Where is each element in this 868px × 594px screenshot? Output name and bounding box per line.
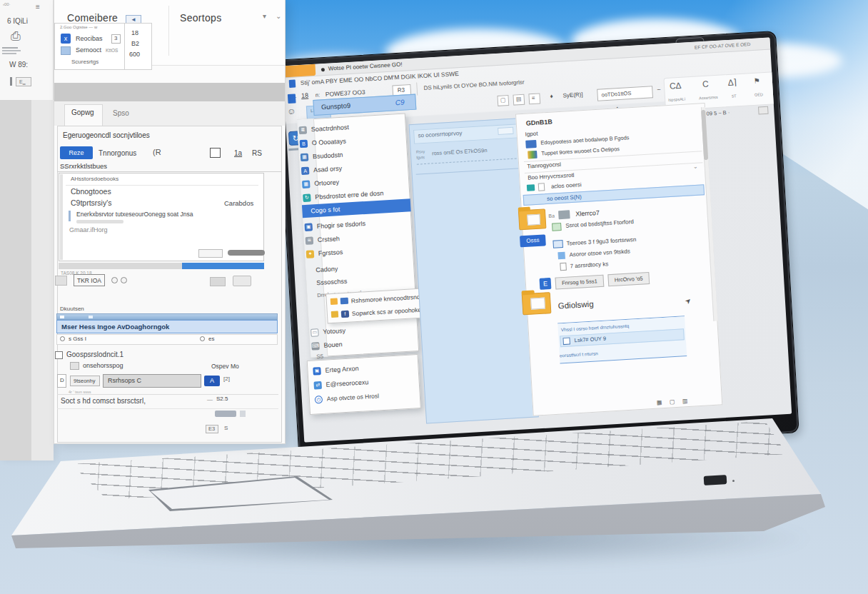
pane-button-2-label: HrcOrvo 'o5 (615, 275, 643, 283)
list-item-indented[interactable]: Enerkxbsrvtor tutxeseourOonegg soat Jnsa (76, 211, 193, 218)
tab-seortops[interactable]: Seortops (180, 13, 221, 24)
r3-label: R3 (398, 88, 405, 94)
chevron-icon[interactable]: ⌄ (276, 12, 281, 20)
search-input[interactable]: ooTDo1ttOS (597, 86, 653, 101)
doc-icon (538, 183, 545, 191)
x-glyph: x (64, 35, 68, 42)
status-monitor-icon[interactable]: ▢ (670, 399, 675, 406)
tkr-button[interactable]: TKR IOA (74, 274, 105, 286)
rail-doc-icon[interactable] (288, 94, 296, 104)
smiley-icon[interactable]: ☺ (287, 106, 296, 116)
check-item-label[interactable]: Goospsrslodncit.1 (66, 351, 123, 358)
e-icon: E (540, 278, 552, 290)
pane-button-1-label: Fnrsog to 5ss1 (562, 278, 597, 286)
blue-square-icon (557, 252, 565, 260)
d-box[interactable]: D (57, 374, 66, 388)
status-phone-icon[interactable]: ▥ (682, 398, 688, 405)
cursor-bar (10, 77, 12, 86)
pane-button-2[interactable]: HrcOrvo 'o5 (607, 272, 650, 286)
mini-button[interactable] (55, 276, 67, 286)
pane-folder-name[interactable]: Xlerrco7 (575, 210, 600, 218)
toolbar-18[interactable]: 18 (301, 92, 309, 99)
caret-icon[interactable]: ▾ (263, 12, 266, 20)
divider (168, 6, 169, 56)
list-item-right: Carabdos (224, 200, 253, 207)
radio-button[interactable] (60, 336, 65, 341)
ribbon-icon-3[interactable]: ∆⌉ (728, 78, 737, 88)
menu-item-label: Cogo s fot (311, 206, 340, 214)
a-badge-icon: A (204, 376, 220, 386)
d-label: D (60, 378, 64, 384)
strip-gray-panel (0, 100, 31, 460)
center-panel-field[interactable] (498, 127, 514, 135)
flyout-item-label: Rshsmoroe knncoodtrsnd (351, 293, 420, 304)
chart-icon (528, 151, 538, 159)
view-box-3[interactable]: ≡ (528, 93, 540, 104)
round-button[interactable] (121, 277, 127, 283)
tab-gopwg[interactable]: Gopwg (71, 109, 94, 116)
green-icon (552, 223, 562, 231)
ribbon-icon-4[interactable]: ⚑ (754, 76, 761, 85)
blue-box-icon (61, 46, 71, 55)
radio-label-2: es (208, 336, 214, 343)
app-tab-orange[interactable] (283, 64, 316, 78)
left-window: Comeibere ◄ Seortops ▾ ⌄ 2.Goo Ogtstse —… (54, 0, 286, 444)
window-icon: ▭ (311, 328, 319, 337)
menu-item-label: Erteg Arxon (325, 365, 359, 374)
listbox-scrollbar[interactable] (60, 174, 63, 260)
checkbox[interactable] (55, 351, 63, 359)
gray-pill (215, 411, 236, 417)
small-folder-icon (558, 210, 570, 219)
menu-icon[interactable]: ≡ (36, 3, 40, 11)
selected-row[interactable]: Mser Hess Ingoe AvDoaghorngok (56, 320, 278, 333)
ribbon-icon-2[interactable]: C (702, 80, 709, 90)
round-button[interactable] (111, 277, 118, 283)
gray-button[interactable] (233, 276, 251, 286)
list-item[interactable]: Cbnogtooes (71, 188, 111, 196)
badge-2: [2] (223, 376, 230, 383)
divider (57, 394, 278, 395)
checkbox[interactable] (210, 148, 221, 158)
ribbon-icon-1[interactable]: C∆ (670, 81, 682, 91)
osss-button[interactable]: Osss (520, 234, 546, 247)
zoom-row[interactable]: / 09 5 ~ B · (703, 110, 730, 117)
reze-button[interactable]: Reze (60, 146, 93, 159)
grid-view-icon[interactable] (758, 106, 769, 115)
divider (124, 23, 125, 70)
badge-box: 3 (111, 34, 121, 44)
doc-icon (289, 79, 296, 88)
tnnorgonus-label: Tnnorgonus (99, 149, 136, 157)
pane-ba: Ba (548, 213, 555, 219)
chevron-down-icon[interactable]: ⌄ (693, 164, 698, 171)
view-box-1[interactable]: ▢ (497, 95, 509, 106)
printer-icon[interactable]: ⎙ (11, 30, 21, 44)
sub-item-label: onsehorsspog (83, 363, 123, 370)
footer-box[interactable]: E3 (206, 425, 218, 433)
menu-item-label: Yotousy (323, 327, 345, 336)
left-strip: ‹00· ≡ 6 IQiLi ⎙ W 89: E‗ (0, 0, 54, 460)
gray-button[interactable] (210, 277, 226, 286)
strip-box-label: E‗ (19, 79, 26, 85)
view-box-2[interactable]: ▤ (513, 94, 525, 106)
grid-icon: ≣ (298, 126, 307, 134)
text-input[interactable]: Rsrhsops C (103, 374, 201, 388)
list-item[interactable]: C9tprtsrsiy's (71, 199, 111, 208)
mini-field[interactable] (198, 249, 223, 258)
strip-label-1: 6 IQiLi (7, 17, 28, 25)
tag-chip[interactable]: 9tseonhy (70, 376, 100, 386)
checkbox[interactable] (562, 338, 570, 346)
radio-label-1: s Gss I (69, 336, 86, 343)
strip-box[interactable]: E‗ (16, 77, 31, 86)
summary-row-1[interactable]: Reocibas (76, 36, 103, 43)
subsection-title: SSrxrkktlstbues (60, 163, 107, 170)
summary-row-2[interactable]: Sernooct (76, 47, 101, 54)
clock-icon: ↻ (303, 193, 311, 202)
strip-label-2: W 89: (9, 61, 28, 69)
star-icon: ✦ (306, 250, 315, 258)
badge-icon (331, 311, 339, 318)
check-label-1a[interactable]: 1a (234, 149, 242, 157)
status-grid-icon[interactable]: ▦ (657, 400, 662, 406)
keyboard-icon: ⌨ (311, 342, 320, 351)
tab-spso[interactable]: Spso (113, 109, 129, 117)
radio-button[interactable] (200, 336, 205, 341)
